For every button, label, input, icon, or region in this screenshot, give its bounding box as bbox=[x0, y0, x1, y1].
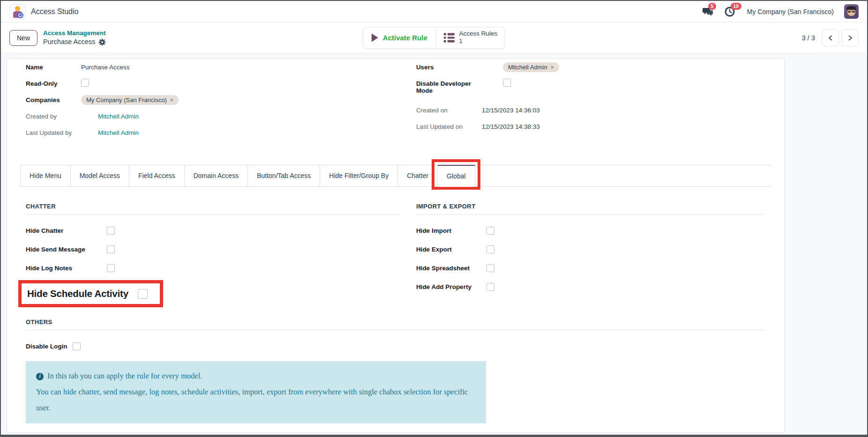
updated-on-value: 12/15/2023 14:38:33 bbox=[482, 122, 540, 130]
pager-next-button[interactable] bbox=[841, 30, 859, 46]
field-name: Name Purchase Access bbox=[26, 62, 399, 74]
created-on-label: Created on bbox=[416, 105, 482, 114]
activate-rule-button[interactable]: Activate Rule bbox=[363, 27, 436, 48]
messages-icon[interactable]: 5 bbox=[702, 7, 714, 17]
hide-log-notes-checkbox[interactable] bbox=[107, 264, 115, 272]
hide-import-label: Hide Import bbox=[416, 227, 486, 234]
chatter-section-title: CHATTER bbox=[26, 203, 399, 215]
tab-model-access[interactable]: Model Access bbox=[71, 165, 129, 186]
field-hide-export: Hide Export bbox=[416, 245, 765, 253]
updated-by-label: Last Updated by bbox=[26, 128, 81, 136]
info-line-1: In this tab you can apply the rule for e… bbox=[47, 371, 202, 380]
field-updated-on: Last Updated on 12/15/2023 14:38:33 bbox=[416, 122, 765, 133]
hide-log-notes-label: Hide Log Notes bbox=[26, 265, 107, 272]
hide-send-message-checkbox[interactable] bbox=[107, 245, 115, 253]
hide-add-property-label: Hide Add Property bbox=[416, 283, 486, 290]
pager-count: 3 / 3 bbox=[802, 34, 815, 42]
access-studio-app-icon[interactable]: ⊕ bbox=[9, 4, 25, 20]
tab-domain-access[interactable]: Domain Access bbox=[185, 165, 248, 186]
company-switcher[interactable]: My Company (San Francisco) bbox=[747, 8, 834, 15]
user-avatar[interactable] bbox=[844, 4, 859, 19]
field-hide-spreadsheet: Hide Spreadsheet bbox=[416, 264, 765, 272]
companies-tag[interactable]: My Company (San Francisco) × bbox=[81, 95, 179, 105]
annotation-hide-schedule-activity: Hide Schedule Activity bbox=[18, 280, 163, 307]
activities-clock-icon[interactable]: 10 bbox=[725, 7, 737, 17]
new-button[interactable]: New bbox=[9, 30, 37, 46]
tab-chatter[interactable]: Chatter bbox=[398, 165, 438, 186]
updated-on-label: Last Updated on bbox=[416, 122, 482, 130]
access-rules-button[interactable]: Access Rules 1 bbox=[436, 27, 505, 48]
hide-add-property-checkbox[interactable] bbox=[486, 283, 494, 291]
created-on-value: 12/15/2023 14:36:03 bbox=[482, 105, 540, 114]
field-hide-chatter: Hide Chatter bbox=[26, 227, 399, 235]
pager-previous-button[interactable] bbox=[822, 30, 839, 46]
read-only-label: Read-Only bbox=[26, 79, 81, 87]
companies-label: Companies bbox=[26, 95, 81, 104]
hide-chatter-checkbox[interactable] bbox=[107, 227, 115, 235]
name-label: Name bbox=[26, 62, 81, 71]
list-icon bbox=[444, 33, 455, 43]
control-panel: New Access Management Purchase Access bbox=[1, 22, 867, 53]
created-by-value[interactable]: Mitchell Admin bbox=[98, 111, 139, 120]
app-title[interactable]: Access Studio bbox=[31, 7, 78, 16]
field-disable-developer-mode: Disable Developer Mode bbox=[416, 79, 765, 94]
disable-login-label: Disable Login bbox=[26, 343, 73, 350]
access-rules-label: Access Rules bbox=[459, 30, 497, 38]
tab-hide-filter-group-by[interactable]: Hide Filter/Group By bbox=[320, 165, 398, 186]
top-navbar: ⊕ Access Studio 5 10 My Company (San Fra… bbox=[1, 1, 867, 22]
disable-developer-mode-checkbox[interactable] bbox=[503, 79, 511, 87]
field-hide-send-message: Hide Send Message bbox=[26, 245, 399, 253]
access-rules-count: 1 bbox=[459, 38, 462, 45]
hide-send-message-label: Hide Send Message bbox=[26, 246, 107, 253]
field-hide-add-property: Hide Add Property bbox=[416, 283, 765, 291]
remove-tag-icon[interactable]: × bbox=[551, 64, 554, 71]
read-only-checkbox[interactable] bbox=[81, 79, 89, 87]
info-alert: iIn this tab you can apply the rule for … bbox=[26, 361, 486, 423]
tab-button-tab-access[interactable]: Button/Tab Access bbox=[248, 165, 320, 186]
created-by-label: Created by bbox=[26, 111, 81, 120]
updated-by-value[interactable]: Mitchell Admin bbox=[98, 128, 139, 136]
field-hide-log-notes: Hide Log Notes bbox=[26, 264, 399, 272]
users-tag[interactable]: Mitchell Admin × bbox=[503, 62, 559, 72]
field-updated-by: Last Updated by Mitchell Admin bbox=[26, 128, 399, 139]
field-created-by: Created by Mitchell Admin bbox=[26, 111, 399, 123]
disable-login-checkbox[interactable] bbox=[73, 342, 81, 350]
users-label: Users bbox=[416, 62, 482, 71]
app-window: ⊕ Access Studio 5 10 My Company (San Fra… bbox=[0, 0, 868, 437]
hide-import-checkbox[interactable] bbox=[486, 227, 494, 235]
tab-field-access[interactable]: Field Access bbox=[129, 165, 185, 186]
import-export-section-title: IMPORT & EXPORT bbox=[416, 203, 765, 215]
messages-badge: 5 bbox=[708, 3, 716, 10]
form-sheet: Name Purchase Access Read-Only Companies… bbox=[7, 58, 785, 433]
info-icon: i bbox=[36, 373, 44, 380]
hide-chatter-label: Hide Chatter bbox=[26, 227, 107, 234]
global-tab-page: CHATTER Hide Chatter Hide Send Message H… bbox=[20, 187, 771, 423]
others-section-title: OTHERS bbox=[26, 318, 765, 330]
hide-schedule-activity-checkbox[interactable] bbox=[138, 289, 148, 299]
header-button-group: Activate Rule Access Rules 1 bbox=[363, 27, 505, 49]
pager: 3 / 3 bbox=[802, 30, 859, 46]
hide-spreadsheet-checkbox[interactable] bbox=[486, 264, 494, 272]
breadcrumb-current-record: Purchase Access bbox=[43, 37, 95, 47]
settings-gear-icon[interactable] bbox=[98, 38, 106, 46]
hide-export-checkbox[interactable] bbox=[486, 245, 494, 253]
field-hide-import: Hide Import bbox=[416, 227, 765, 235]
breadcrumb-access-management[interactable]: Access Management bbox=[43, 29, 106, 37]
activities-badge: 10 bbox=[731, 3, 741, 10]
name-value[interactable]: Purchase Access bbox=[81, 62, 130, 71]
tab-global[interactable]: Global bbox=[438, 165, 475, 186]
field-read-only: Read-Only bbox=[26, 79, 399, 90]
hide-export-label: Hide Export bbox=[416, 246, 486, 253]
notebook-tabs: Hide Menu Model Access Field Access Doma… bbox=[20, 165, 771, 187]
field-disable-login: Disable Login bbox=[26, 342, 765, 350]
play-icon bbox=[372, 34, 378, 42]
hide-schedule-activity-label: Hide Schedule Activity bbox=[27, 288, 128, 299]
disable-developer-mode-label: Disable Developer Mode bbox=[416, 79, 482, 94]
info-line-2: You can hide chatter, send message, log … bbox=[36, 384, 476, 416]
field-companies: Companies My Company (San Francisco) × bbox=[26, 95, 399, 106]
tab-hide-menu[interactable]: Hide Menu bbox=[20, 165, 71, 186]
remove-tag-icon[interactable]: × bbox=[170, 97, 173, 104]
field-users: Users Mitchell Admin × bbox=[416, 62, 765, 74]
hide-spreadsheet-label: Hide Spreadsheet bbox=[416, 265, 486, 272]
field-created-on: Created on 12/15/2023 14:36:03 bbox=[416, 105, 765, 117]
